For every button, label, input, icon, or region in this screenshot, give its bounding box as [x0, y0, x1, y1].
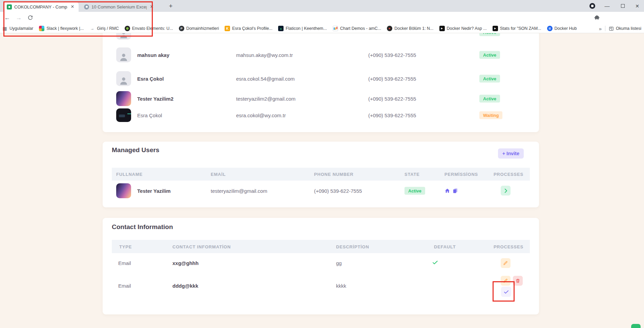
- video-icon: [493, 26, 498, 31]
- pencil-icon: [503, 261, 508, 266]
- column-header: FULLNAME: [116, 172, 143, 177]
- bookmarks-overflow-button[interactable]: »: [599, 26, 602, 32]
- bookmarks-right-cluster: » Okuma listesi: [599, 24, 641, 33]
- bookmark-item[interactable]: Docker Nedir? Asp ...: [439, 26, 487, 31]
- apps-grid-icon: [2, 26, 7, 31]
- avatar: [116, 33, 131, 40]
- section-title: Managed Users: [112, 146, 159, 154]
- table-header-row: TYPE CONTACT INFORMATİON DESCRİPTİON DEF…: [112, 240, 530, 253]
- table-row: Email dddg@kkk kkkk: [103, 278, 539, 293]
- contact-description: kkkk: [336, 283, 346, 289]
- bookmark-item[interactable]: Docker Bölüm 1: N...: [387, 26, 433, 31]
- user-phone: (+090) 539-622-7555: [368, 76, 416, 82]
- status-badge: Active: [404, 187, 425, 195]
- user-fullname: Esra Çokol: [137, 112, 162, 118]
- tab-close-icon[interactable]: ✕: [149, 4, 154, 9]
- status-badge: Active: [479, 75, 500, 83]
- chart-icon: [333, 26, 338, 31]
- tab-selenium-exceptions[interactable]: 10 Common Selenium Exception ✕: [81, 2, 158, 12]
- status-badge: Active: [479, 51, 500, 59]
- new-tab-button[interactable]: +: [167, 2, 175, 10]
- company-users-card: Active mahsun akay mahsun.akay@wy.com.tr…: [103, 33, 539, 132]
- bookmark-item[interactable]: Domainhizmetleri: [179, 26, 219, 31]
- invite-button[interactable]: + Invite: [498, 148, 524, 159]
- table-row: Tester Yazilim testeryazilim@gmail.com (…: [103, 183, 539, 198]
- avatar: [116, 47, 131, 62]
- bookmark-item[interactable]: Uygulamalar: [2, 26, 33, 31]
- open-detail-button[interactable]: [501, 186, 511, 196]
- tab-strip: COKOLCOMPANY - Company De ✕ 10 Common Se…: [0, 0, 644, 12]
- bookmark-item[interactable]: Esra Çokol's Profile...: [225, 26, 272, 31]
- window-minimize-button[interactable]: —: [600, 0, 614, 12]
- bookmark-item[interactable]: Slack | flexywork |...: [39, 26, 84, 31]
- video-icon: [439, 26, 445, 31]
- status-circle-icon[interactable]: [588, 0, 596, 12]
- bookmark-item[interactable]: Stats for "SON ZAM...: [493, 26, 541, 31]
- contact-value: dddg@kkk: [172, 283, 198, 289]
- page-content: Active mahsun akay mahsun.akay@wy.com.tr…: [0, 33, 644, 328]
- bookmarks-list: Uygulamalar Slack | flexywork |... Giriş…: [2, 24, 593, 33]
- table-row: Esra Çokol esra.cokol.54@gmail.com (+090…: [103, 71, 539, 86]
- copy-document-icon: [453, 188, 458, 194]
- window-close-button[interactable]: ✕: [630, 0, 644, 12]
- extensions-icon[interactable]: [594, 15, 600, 21]
- user-phone: (+090) 539-622-7555: [368, 112, 416, 118]
- user-email: testeryazilim2@gmail.com: [236, 96, 295, 102]
- profile-site-icon: [225, 26, 230, 31]
- reading-list-icon: [609, 26, 614, 31]
- tab-title: COKOLCOMPANY - Company De: [14, 4, 67, 9]
- back-button[interactable]: ←: [2, 12, 12, 24]
- bookmark-item[interactable]: Flaticon | Keenthem...: [278, 26, 327, 31]
- table-row: Esra Çokol esra.cokol@wy.com.tr (+090) 5…: [103, 108, 539, 122]
- reading-list-button[interactable]: Okuma listesi: [609, 26, 641, 31]
- reload-icon: [27, 15, 33, 21]
- bookmark-item[interactable]: Envato Elements: U...: [125, 26, 173, 31]
- chat-widget-button[interactable]: [631, 324, 641, 328]
- tab-favicon: [7, 4, 12, 9]
- home-icon: [444, 188, 450, 194]
- bookmark-item[interactable]: Docker Hub: [547, 26, 577, 31]
- tab-company-detail[interactable]: COKOLCOMPANY - Company De ✕: [3, 2, 79, 12]
- avatar: [116, 183, 131, 198]
- table-row: mahsun akay mahsun.akay@wy.com.tr (+090)…: [103, 47, 539, 62]
- user-phone: (+090) 539-622-7555: [368, 52, 416, 58]
- user-fullname: Tester Yazilim: [137, 188, 171, 194]
- column-header: DEFAULT: [434, 244, 456, 249]
- avatar: [116, 91, 131, 106]
- forward-button[interactable]: →: [14, 12, 24, 24]
- user-email: mahsun.akay@wy.com.tr: [236, 52, 293, 58]
- table-row: Tester Yazilim2 testeryazilim2@gmail.com…: [103, 91, 539, 106]
- user-phone: (+090) 539-622-7555: [368, 96, 416, 102]
- column-header: STATE: [404, 172, 420, 177]
- tab-title: 10 Common Selenium Exception: [91, 4, 147, 9]
- person-icon: [118, 33, 129, 40]
- status-badge: Waiting: [479, 111, 502, 119]
- bookmark-label: Envato Elements: U...: [132, 26, 173, 31]
- delete-contact-button[interactable]: [513, 276, 523, 286]
- bookmark-label: Slack | flexywork |...: [46, 26, 84, 31]
- avatar: [116, 108, 131, 122]
- edit-contact-button[interactable]: [501, 276, 511, 286]
- default-check-icon: [432, 259, 438, 267]
- reload-button[interactable]: [25, 12, 35, 24]
- envato-icon: [125, 26, 130, 31]
- bookmark-label: Stats for "SON ZAM...: [500, 26, 541, 31]
- confirm-default-button[interactable]: [501, 287, 511, 297]
- tab-close-icon[interactable]: ✕: [70, 4, 75, 9]
- user-phone: (+090) 539-622-7555: [314, 188, 362, 194]
- user-fullname: mahsun akay: [137, 52, 169, 58]
- trash-icon: [515, 278, 520, 283]
- edit-contact-button[interactable]: [501, 258, 511, 268]
- table-header-row: FULLNAME EMAİL PHONE NUMBER STATE PERMİS…: [112, 168, 530, 181]
- chevron-right-icon: [503, 188, 509, 194]
- bookmark-item[interactable]: Chart Demos - amC...: [333, 26, 381, 31]
- pencil-icon: [503, 278, 508, 283]
- reading-list-label: Okuma listesi: [616, 26, 641, 31]
- bookmark-label: Uygulamalar: [9, 26, 33, 31]
- bookmark-item[interactable]: Giriş / RMC: [89, 26, 119, 31]
- column-header: EMAİL: [211, 172, 226, 177]
- window-maximize-button[interactable]: [616, 0, 629, 12]
- user-email: testeryazilim@gmail.com: [211, 188, 267, 194]
- user-email: esra.cokol@wy.com.tr: [236, 112, 286, 118]
- bookmark-label: Docker Bölüm 1: N...: [394, 26, 433, 31]
